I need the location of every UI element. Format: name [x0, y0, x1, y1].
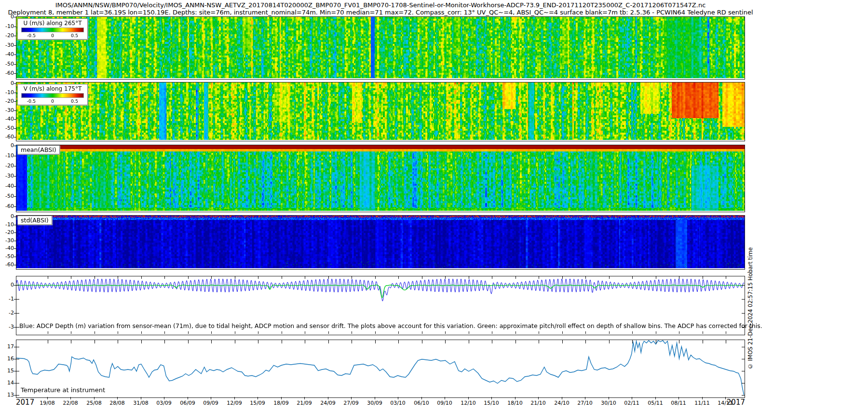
y-tick-label: 14 [1, 380, 14, 386]
y-tick-label: 0 [1, 213, 14, 219]
y-tick-mark [14, 232, 16, 233]
y-tick-label: -20 [1, 229, 14, 235]
x-tick-mark [655, 397, 656, 399]
x-tick-label: 14/11 [715, 400, 736, 406]
x-tick-mark [328, 397, 328, 399]
v-legend-title: V (m/s) along 175°T [20, 85, 85, 93]
x-tick-label: 18/09 [271, 400, 292, 406]
panel-v-velocity [16, 82, 745, 141]
x-tick-mark [609, 397, 609, 399]
x-tick-mark [468, 397, 469, 399]
y-tick-mark [14, 186, 16, 187]
x-tick-label: 19/08 [37, 400, 58, 406]
x-tick-label: 11/11 [692, 400, 713, 406]
y-tick-mark [14, 313, 16, 314]
x-tick-label: 31/08 [130, 400, 151, 406]
y-tick-mark [14, 17, 16, 17]
x-tick-mark [632, 397, 632, 399]
y-tick-label: -3 [1, 324, 14, 330]
v-heatmap [16, 82, 745, 140]
y-tick-mark [14, 248, 16, 249]
x-tick-label: 09/09 [200, 400, 221, 406]
v-cb-tick-pos: 0.5 [71, 98, 78, 104]
y-tick-mark [14, 27, 16, 27]
u-legend-title: U (m/s) along 265°T [20, 20, 85, 27]
v-colorbar-legend: V (m/s) along 175°T -0.5 0 0.5 [17, 84, 88, 105]
u-cb-tick-pos: 0.5 [71, 33, 78, 38]
y-tick-label: -60 [1, 134, 14, 140]
v-colorbar [21, 93, 84, 98]
u-colorbar [21, 27, 84, 32]
y-tick-mark [14, 299, 16, 300]
x-axis-year-left: 2017 [16, 398, 34, 407]
u-colorbar-ticks: -0.5 0 0.5 [20, 32, 85, 38]
y-tick-mark [14, 206, 16, 207]
y-tick-mark [14, 156, 16, 156]
x-tick-label: 27/10 [574, 400, 596, 406]
y-tick-label: -1 [1, 296, 14, 302]
x-tick-mark [188, 397, 188, 399]
x-tick-mark [562, 397, 562, 399]
y-tick-mark [14, 196, 16, 197]
y-tick-mark [14, 83, 16, 84]
y-tick-mark [14, 146, 16, 146]
y-tick-label: -50 [1, 61, 14, 67]
x-tick-label: 12/10 [458, 400, 479, 406]
temperature-plot [16, 340, 745, 396]
x-tick-mark [117, 397, 118, 399]
y-tick-mark [14, 395, 16, 396]
y-tick-mark [14, 217, 16, 217]
x-tick-mark [725, 397, 726, 399]
y-tick-label: -20 [1, 163, 14, 169]
y-tick-label: 13 [1, 392, 14, 398]
y-tick-label: 0 [1, 80, 14, 86]
x-tick-mark [421, 397, 422, 399]
y-tick-mark [14, 285, 16, 286]
x-tick-mark [141, 397, 141, 399]
x-tick-mark [678, 397, 679, 399]
y-tick-mark [14, 101, 16, 102]
x-tick-label: 22/08 [60, 400, 81, 406]
y-tick-mark [14, 371, 16, 371]
y-tick-label: 0 [1, 282, 14, 288]
x-tick-mark [70, 397, 71, 399]
y-tick-label: -20 [1, 98, 14, 104]
y-tick-label: -10 [1, 23, 14, 29]
v-cb-tick-neg: -0.5 [27, 98, 36, 104]
panel-std-absi [16, 215, 745, 270]
figure-title-line2: Deployment 8, member 1 lat=36.19S lon=15… [0, 9, 761, 16]
y-tick-mark [14, 265, 16, 265]
y-tick-label: -30 [1, 237, 14, 244]
x-tick-mark [281, 397, 282, 399]
y-tick-mark [14, 176, 16, 177]
y-tick-label: -50 [1, 193, 14, 199]
x-tick-mark [47, 397, 48, 399]
y-tick-mark [14, 55, 16, 55]
y-tick-mark [14, 119, 16, 120]
v-colorbar-ticks: -0.5 0 0.5 [20, 98, 85, 104]
x-tick-label: 30/10 [598, 400, 619, 406]
x-tick-mark [211, 397, 211, 399]
y-tick-label: 15 [1, 368, 14, 374]
y-tick-label: 16 [1, 355, 14, 362]
x-tick-label: 03/10 [387, 400, 408, 406]
y-tick-mark [14, 36, 16, 36]
y-tick-mark [14, 45, 16, 46]
figure-title-line1: IMOS/ANMN/NSW/BMP070/Velocity/IMOS_ANMN-… [0, 1, 761, 9]
x-tick-label: 09/10 [434, 400, 455, 406]
x-tick-label: 21/09 [294, 400, 315, 406]
y-tick-mark [14, 327, 16, 328]
y-tick-label: -50 [1, 253, 14, 260]
std-absi-label: std(ABSI) [17, 216, 52, 225]
y-tick-label: -30 [1, 173, 14, 179]
y-tick-label: 17 [1, 343, 14, 350]
x-tick-mark [234, 397, 235, 399]
u-cb-tick-zero: 0 [51, 33, 54, 38]
y-tick-label: -60 [1, 203, 14, 209]
y-tick-mark [14, 241, 16, 241]
x-tick-label: 06/09 [177, 400, 198, 406]
x-tick-label: 08/11 [668, 400, 689, 406]
v-cb-tick-zero: 0 [51, 98, 54, 104]
y-tick-label: -10 [1, 152, 14, 159]
x-tick-label: 03/09 [153, 400, 175, 406]
